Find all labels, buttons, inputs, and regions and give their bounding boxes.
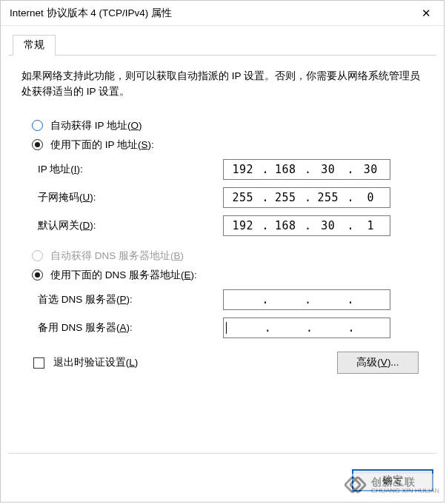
dialog-window: Internet 协议版本 4 (TCP/IPv4) 属性 ✕ 常规 如果网络支… — [0, 0, 445, 503]
radio-auto-dns: 自动获得 DNS 服务器地址(B) — [32, 249, 423, 263]
radio-label: 使用下面的 DNS 服务器地址(E): — [50, 269, 197, 282]
radio-label: 自动获得 DNS 服务器地址(B) — [50, 249, 184, 263]
close-icon: ✕ — [422, 7, 431, 20]
radio-icon — [32, 139, 43, 150]
preferred-dns-input[interactable]: . . . — [223, 289, 390, 310]
bottom-row: 退出时验证设置(L) 高级(V)... — [33, 352, 419, 374]
radio-icon — [32, 250, 43, 261]
radio-icon — [32, 120, 43, 131]
field-subnet-mask: 子网掩码(U): 255. 255. 255. 0 — [38, 187, 423, 208]
text-caret-icon — [226, 322, 227, 334]
window-title: Internet 协议版本 4 (TCP/IPv4) 属性 — [10, 7, 172, 20]
field-default-gateway: 默认网关(D): 192. 168. 30. 1 — [38, 215, 423, 236]
subnet-mask-input[interactable]: 255. 255. 255. 0 — [223, 187, 390, 208]
tab-general[interactable]: 常规 — [13, 35, 56, 56]
radio-icon — [32, 269, 43, 280]
dns-fields: 首选 DNS 服务器(P): . . . 备用 DNS 服务器(A): . . — [38, 289, 423, 338]
field-label: 子网掩码(U): — [38, 191, 223, 204]
radio-label: 自动获得 IP 地址(O) — [50, 119, 142, 132]
description-text: 如果网络支持此功能，则可以获取自动指派的 IP 设置。否则，你需要从网络系统管理… — [21, 69, 423, 100]
field-label: 首选 DNS 服务器(P): — [38, 293, 223, 306]
ip-address-input[interactable]: 192. 168. 30. 30 — [223, 159, 390, 180]
field-label: IP 地址(I): — [38, 163, 223, 176]
validate-checkbox[interactable]: 退出时验证设置(L) — [33, 356, 138, 369]
radio-manual-ip[interactable]: 使用下面的 IP 地址(S): — [32, 138, 423, 152]
alternate-dns-input[interactable]: . . . — [223, 317, 390, 338]
watermark: 创新互联 CHUANG XIN HULIAN — [342, 474, 444, 497]
radio-manual-dns[interactable]: 使用下面的 DNS 服务器地址(E): — [32, 269, 423, 282]
titlebar: Internet 协议版本 4 (TCP/IPv4) 属性 ✕ — [1, 1, 444, 26]
watermark-logo-icon — [346, 475, 367, 496]
dialog-body: 如果网络支持此功能，则可以获取自动指派的 IP 设置。否则，你需要从网络系统管理… — [1, 56, 444, 381]
field-label: 默认网关(D): — [38, 219, 223, 232]
field-label: 备用 DNS 服务器(A): — [38, 321, 223, 335]
radio-label: 使用下面的 IP 地址(S): — [50, 138, 154, 152]
ip-fields: IP 地址(I): 192. 168. 30. 30 子网掩码(U): 255.… — [38, 159, 423, 236]
field-preferred-dns: 首选 DNS 服务器(P): . . . — [38, 289, 423, 310]
checkbox-label: 退出时验证设置(L) — [53, 357, 139, 368]
field-ip-address: IP 地址(I): 192. 168. 30. 30 — [38, 159, 423, 180]
close-button[interactable]: ✕ — [410, 1, 442, 25]
checkbox-icon — [33, 357, 44, 369]
radio-auto-ip[interactable]: 自动获得 IP 地址(O) — [32, 119, 423, 132]
tab-strip: 常规 — [8, 35, 436, 56]
field-alternate-dns: 备用 DNS 服务器(A): . . . — [38, 317, 423, 338]
default-gateway-input[interactable]: 192. 168. 30. 1 — [223, 215, 390, 236]
separator — [8, 453, 436, 454]
advanced-button[interactable]: 高级(V)... — [337, 352, 419, 374]
watermark-text: 创新互联 CHUANG XIN HULIAN — [371, 477, 439, 494]
